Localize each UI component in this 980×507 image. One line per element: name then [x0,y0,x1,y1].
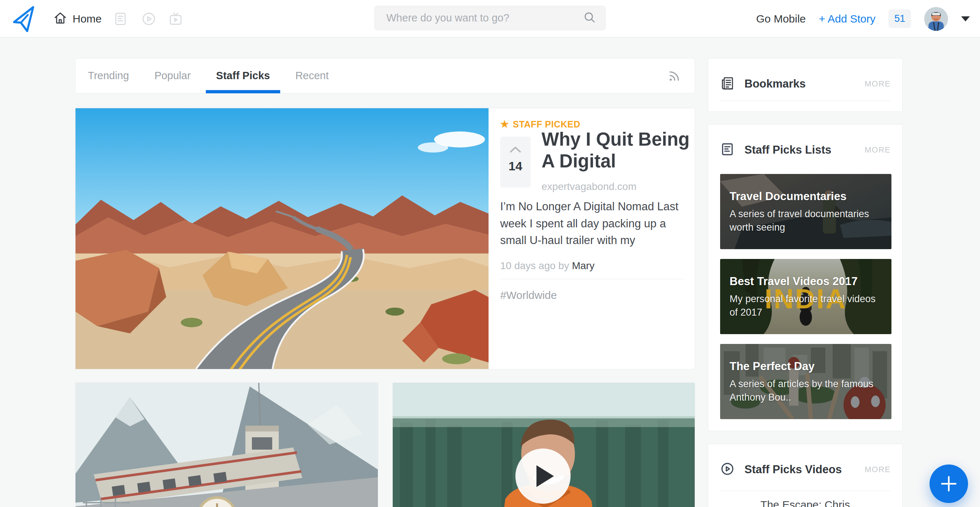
staff-picks-lists-title: Staff Picks Lists [745,143,855,156]
tab-popular[interactable]: Popular [154,59,191,93]
notification-count-badge[interactable]: 51 [889,10,911,28]
tv-channel-icon[interactable] [168,11,184,27]
list-item-travel-documentaries[interactable]: Travel Documentaries A series of travel … [720,174,891,249]
search-input[interactable] [386,12,583,24]
staff-picks-lists-more-link[interactable]: MORE [865,145,891,155]
video-thumbnail-man-forest[interactable] [392,383,695,507]
staff-picks-lists-section: Staff Picks Lists MORE Travel Documentar… [708,124,903,431]
search-bar [375,6,606,30]
divider [720,491,891,491]
upvote-count: 14 [500,159,531,173]
featured-story-card: ★ STAFF PICKED 14 Why I Quit Being A Dig… [75,108,695,369]
list-item-subtitle: A series of articles by the famous Antho… [730,377,884,405]
staff-picks-videos-title: Staff Picks Videos [745,463,855,476]
add-story-fab[interactable] [929,464,968,503]
bookmarks-section: Bookmarks MORE [708,58,903,112]
star-icon: ★ [500,118,509,130]
user-avatar[interactable] [924,7,948,31]
bookmarks-title: Bookmarks [745,77,855,91]
divider [720,100,891,101]
list-item-best-travel-videos-2017[interactable]: INDIA Best Travel Videos 2017 My persona… [720,259,891,334]
stories-feed-icon[interactable] [113,11,129,27]
upvote-control[interactable]: 14 [500,137,531,187]
list-item-subtitle: A series of travel documentaries worth s… [730,207,884,234]
story-excerpt: I’m No Longer A Digital Nomad Last week … [500,198,684,249]
top-navbar: Home [0,0,980,37]
tab-trending[interactable]: Trending [88,59,129,93]
story-tag-worldwide[interactable]: #Worldwide [500,289,557,301]
story-hero-image-desert-road[interactable] [75,108,488,369]
home-icon [53,11,67,27]
feed-tabbar: Trending Popular Staff Picks Recent [75,58,695,93]
bookmarks-icon [720,75,735,92]
divider [500,279,684,279]
list-item-the-perfect-day[interactable]: The Perfect Day A series of articles by … [720,344,891,419]
play-button[interactable] [515,448,571,504]
tab-recent[interactable]: Recent [296,59,329,93]
list-item-title: Travel Documentaries [730,190,884,203]
story-title[interactable]: Why I Quit Being A Digital [541,129,700,172]
plus-icon [940,475,958,493]
bookmarks-more-link[interactable]: MORE [865,79,891,89]
videos-feed-icon[interactable] [141,11,157,27]
story-posted-time: 10 days ago by [500,260,572,271]
app-logo-paper-plane-icon[interactable] [9,4,38,33]
staff-picks-videos-section: Staff Picks Videos MORE The Escape: Chri… [708,444,903,507]
rss-feed-icon[interactable] [667,69,682,83]
chevron-up-icon [509,146,522,153]
add-story-link[interactable]: + Add Story [819,13,875,25]
tab-staff-picks[interactable]: Staff Picks [216,59,270,93]
list-item-title: The Perfect Day [730,360,884,373]
play-icon [536,465,554,487]
staff-picks-videos-more-link[interactable]: MORE [865,465,891,474]
story-source: expertvagabond.com [541,181,636,193]
go-mobile-link[interactable]: Go Mobile [756,13,806,25]
nav-home[interactable]: Home [53,0,102,37]
story-meta: 10 days ago by Mary [500,260,595,272]
story-detail-panel: ★ STAFF PICKED 14 Why I Quit Being A Dig… [488,108,695,369]
story-thumbnail-ruins[interactable] [75,383,378,507]
list-item-title: Best Travel Videos 2017 [730,275,884,288]
nav-home-label: Home [73,13,102,25]
story-author-link[interactable]: Mary [572,260,595,271]
account-menu-caret-icon[interactable] [961,16,970,21]
play-circle-icon [720,461,735,478]
navbar-right-cluster: Go Mobile + Add Story 51 [756,0,970,37]
video-list-item[interactable]: The Escape: Chris [708,499,902,507]
lists-icon [720,142,735,158]
list-item-subtitle: My personal favorite travel videos of 20… [730,292,884,320]
search-icon[interactable] [583,11,597,26]
steller-home-page: Home [0,0,980,507]
